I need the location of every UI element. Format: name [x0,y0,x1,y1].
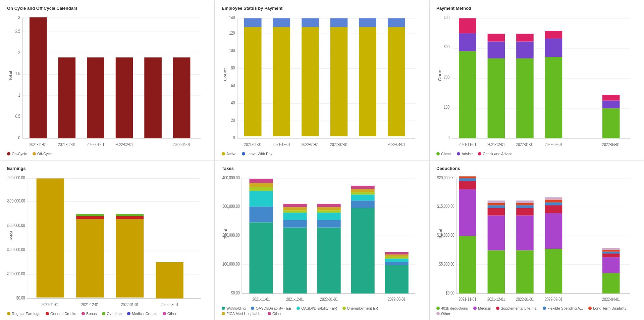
long-term-disability-label: Long Term Disability [593,306,626,310]
svg-rect-85 [516,58,534,138]
svg-rect-159 [351,208,375,293]
svg-rect-58 [388,27,405,136]
svg-rect-202 [516,208,534,215]
svg-rect-160 [351,200,375,208]
svg-rect-151 [283,207,307,210]
legend-leave-with-pay: Leave With Pay [242,152,272,156]
svg-rect-210 [545,199,562,202]
svg-text:120: 120 [229,31,235,36]
svg-text:$800,000.00: $800,000.00 [7,198,25,203]
svg-text:2021-11-01: 2021-11-01 [244,142,262,147]
svg-rect-143 [249,191,273,207]
on-off-cycle-title: On Cycle and Off Cycle Calendars [7,6,208,11]
svg-rect-59 [388,18,405,27]
legend-off-cycle: Off-Cycle [33,152,53,156]
supplemental-life-label: Supplemental Life Ins. [501,306,537,310]
svg-rect-165 [385,265,409,293]
svg-text:$200,000.00: $200,000.00 [7,271,25,276]
svg-text:$20,000.00: $20,000.00 [437,175,454,180]
on-off-cycle-panel: On Cycle and Off Cycle Calendars 0 0.5 1… [0,0,215,160]
svg-rect-88 [545,57,562,138]
svg-rect-119 [116,219,144,297]
payment-method-legend: Check Advice Check and Advice [436,152,637,156]
leave-with-pay-label: Leave With Pay [247,152,272,156]
svg-rect-18 [58,57,76,138]
earnings-chart: $0.00 $200,000.00 $400,000.00 $600,000.0… [7,174,208,309]
legend-on-cycle: On-Cycle [7,152,27,156]
svg-rect-57 [359,18,376,27]
svg-text:2022-02-01: 2022-02-01 [115,142,133,147]
taxes-panel: Taxes $0.00 $100,000.00 $200,000.00 $300… [215,160,429,320]
svg-rect-142 [249,207,273,222]
401k-label: 401k deductions [441,306,468,310]
legend-taxes-other: Other [268,312,282,316]
svg-rect-195 [488,215,505,250]
svg-text:2021-12-01: 2021-12-01 [273,142,290,147]
svg-rect-50 [273,27,290,136]
svg-text:3: 3 [18,15,20,20]
svg-rect-87 [516,34,534,42]
svg-rect-81 [459,18,476,33]
taxes-title: Taxes [222,166,422,171]
svg-text:$600,000.00: $600,000.00 [7,222,25,228]
svg-rect-89 [545,39,562,57]
check-and-advice-label: Check and Advice [483,152,512,156]
deductions-panel: Deductions $0.00 $5,000.00 $10,000.00 $1… [429,160,644,320]
svg-text:$400,000.00: $400,000.00 [7,246,25,252]
legend-medical-credits: Medical Credits [127,312,157,316]
svg-text:2021-11-01: 2021-11-01 [459,296,476,302]
on-cycle-label: On-Cycle [12,152,27,156]
unemployment-er-dot [342,307,346,310]
withholding-label: Withholding [226,306,246,310]
svg-text:100: 100 [444,104,449,110]
svg-text:2.5: 2.5 [15,29,20,34]
svg-rect-201 [516,215,534,250]
legend-general-credits: General Credits [46,312,76,316]
svg-text:0: 0 [233,135,235,140]
flexible-spending-dot [543,307,546,310]
employee-status-legend: Active Leave With Pay [222,152,422,156]
svg-rect-194 [488,250,505,293]
svg-rect-117 [76,216,104,219]
on-cycle-dot [7,152,10,155]
employee-status-panel: Employee Status by Payment 0 20 40 60 80… [215,0,429,160]
svg-text:$100,000.00: $100,000.00 [222,261,240,267]
earnings-other-dot [163,312,166,315]
svg-rect-207 [545,213,562,249]
svg-rect-198 [488,203,505,205]
legend-oasdi-ee: OASDI/Disability - EE [251,306,291,310]
svg-rect-55 [330,18,348,27]
svg-rect-93 [602,95,620,100]
svg-text:20: 20 [231,118,235,123]
earnings-other-label: Other [167,312,177,316]
svg-rect-120 [116,216,144,219]
svg-text:2021-12-01: 2021-12-01 [487,142,505,147]
dashboard: On Cycle and Off Cycle Calendars 0 0.5 1… [0,0,644,320]
svg-text:2022-01-01: 2022-01-01 [302,142,319,147]
svg-text:2022-01-01: 2022-01-01 [320,296,338,302]
svg-rect-118 [76,214,104,216]
overtime-label: Overtime [107,312,122,316]
medical-credits-dot [127,312,130,315]
svg-text:Total: Total [9,71,13,81]
svg-text:200: 200 [444,75,449,80]
svg-rect-217 [602,248,620,250]
svg-text:2022-04-01: 2022-04-01 [173,142,191,147]
active-label: Active [226,152,236,156]
check-and-advice-dot [478,152,481,155]
svg-text:0: 0 [18,135,20,140]
svg-rect-215 [602,252,620,254]
svg-rect-17 [30,17,47,138]
taxes-other-label: Other [272,312,282,316]
oasdi-er-label: OASDI/Disability - ER [301,306,337,310]
legend-check-and-advice: Check and Advice [478,152,512,156]
deductions-other-dot [436,312,440,315]
legend-check: Check [436,152,451,156]
svg-rect-214 [602,254,620,257]
unemployment-er-label: Unemployment ER [347,306,378,310]
legend-unemployment-er: Unemployment ER [342,306,378,310]
employee-status-chart: 0 20 40 60 80 100 120 140 [222,13,422,149]
svg-rect-200 [516,250,534,293]
svg-rect-158 [317,203,341,207]
svg-text:Total: Total [9,231,13,241]
